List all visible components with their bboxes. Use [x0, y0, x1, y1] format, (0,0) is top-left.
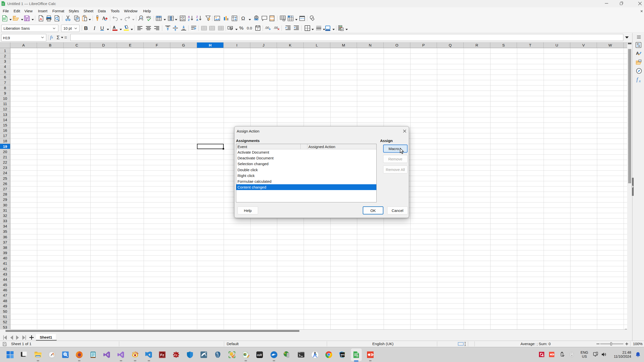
svg-text:.00: .00: [265, 26, 269, 30]
svg-text:A: A: [113, 25, 116, 30]
svg-text:%: %: [239, 25, 244, 31]
svg-text:A: A: [180, 16, 182, 19]
svg-text:A: A: [188, 15, 190, 18]
svg-text:x: x: [639, 79, 641, 83]
svg-text:≠: ≠: [341, 28, 343, 31]
svg-text:.00: .00: [273, 26, 278, 30]
svg-text:A: A: [196, 18, 198, 21]
svg-text:A: A: [102, 16, 105, 21]
svg-text:d: d: [142, 18, 143, 21]
svg-text:Z: Z: [196, 15, 198, 18]
svg-text:0.0: 0.0: [247, 26, 252, 30]
svg-text:mR: mR: [257, 353, 262, 357]
svg-text:Ω: Ω: [241, 16, 245, 21]
svg-text:a: a: [141, 16, 142, 19]
svg-text:Z: Z: [188, 18, 190, 21]
svg-text:Z: Z: [180, 18, 182, 21]
svg-text:Z: Z: [183, 16, 185, 19]
svg-text:Fz: Fz: [174, 353, 178, 356]
svg-text:WS: WS: [341, 353, 344, 356]
svg-text:A: A: [183, 18, 185, 21]
svg-text:7: 7: [257, 27, 259, 30]
svg-text:Fz: Fz: [160, 353, 164, 357]
svg-text:f: f: [636, 77, 638, 82]
